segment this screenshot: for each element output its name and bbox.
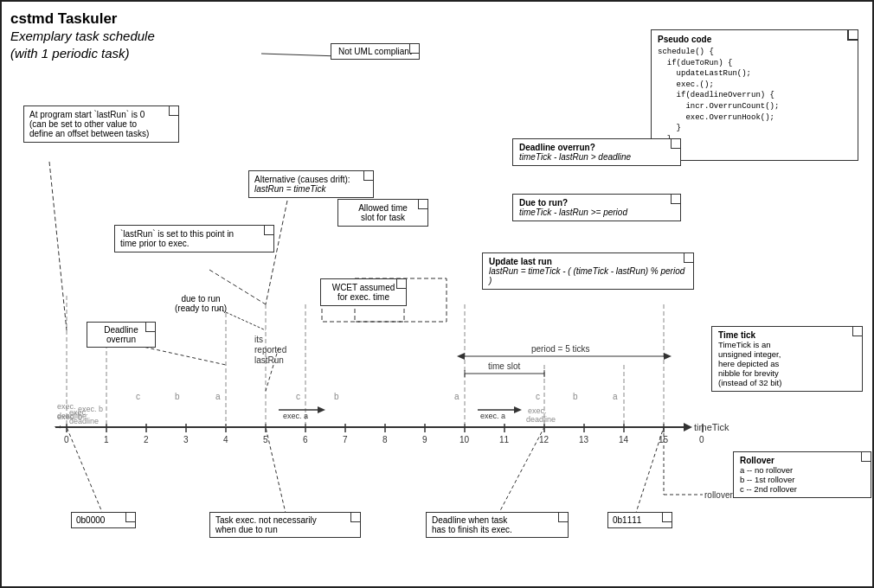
due-to-run-label: due to run (ready to run): [175, 294, 227, 313]
svg-text:b: b: [573, 392, 578, 401]
svg-marker-66: [514, 406, 522, 413]
task-exec-note: Task exec. not necessarily when due to r…: [209, 512, 361, 538]
svg-text:c: c: [136, 392, 140, 401]
svg-line-87: [633, 427, 664, 521]
svg-line-80: [49, 162, 67, 330]
svg-text:8: 8: [382, 435, 388, 444]
svg-text:c: c: [536, 392, 540, 401]
svg-text:9: 9: [422, 435, 427, 444]
svg-text:rollover: rollover: [704, 490, 733, 500]
svg-line-89: [495, 427, 544, 521]
due-to-run-question-box: Due to run? timeTick - lastRun >= period: [512, 194, 681, 221]
lastrun-set-note: `lastRun` is set to this point in time p…: [114, 225, 274, 252]
svg-text:4: 4: [223, 435, 228, 444]
svg-text:c: c: [296, 392, 300, 401]
svg-marker-71: [457, 353, 465, 360]
svg-text:1: 1: [104, 435, 109, 444]
svg-marker-63: [318, 406, 325, 413]
svg-text:13: 13: [579, 435, 589, 444]
pseudo-code-content: schedule() { if(dueToRun) { updateLastRu…: [658, 47, 852, 156]
title-subtitle: Exemplary task schedule (with 1 periodic…: [10, 28, 253, 61]
svg-text:→: →: [52, 419, 64, 433]
deadline-finish-note: Deadline when task has to finish its exe…: [426, 512, 569, 538]
svg-line-88: [266, 427, 287, 521]
svg-text:6: 6: [303, 435, 308, 444]
svg-marker-72: [664, 353, 672, 360]
svg-text:3: 3: [183, 435, 189, 444]
svg-text:b: b: [175, 392, 180, 401]
svg-text:15: 15: [659, 435, 669, 444]
hex-start-note: 0b0000: [71, 512, 136, 528]
svg-text:11: 11: [499, 435, 510, 444]
exec-b-label: exec. b: [57, 412, 82, 421]
deadline-overrun-question-box: Deadline overrun? timeTick - lastRun > d…: [512, 138, 681, 166]
its-reported-lastrun: its reported lastRun: [254, 335, 286, 366]
svg-text:exec. a: exec. a: [283, 412, 308, 420]
svg-text:b: b: [334, 392, 339, 401]
svg-text:a: a: [613, 392, 618, 401]
rollover-box: Rollover a -- no rollover b -- 1st rollo…: [733, 451, 871, 498]
svg-text:a: a: [454, 392, 459, 401]
svg-text:period = 5 ticks: period = 5 ticks: [531, 344, 590, 354]
time-tick-box: Time tick TimeTick is an unsigned intege…: [711, 326, 863, 392]
svg-line-86: [67, 427, 106, 521]
svg-text:0: 0: [64, 435, 69, 444]
svg-marker-1: [684, 423, 692, 431]
allowed-time-note: Allowed time slot for task: [337, 199, 428, 227]
svg-text:5: 5: [263, 435, 268, 444]
wcet-note: WCET assumed for exec. time: [320, 278, 407, 306]
svg-text:14: 14: [619, 435, 629, 444]
main-container: rollover 0 0 1 2 3 4 5 6 7 8 9 10 11 12 …: [0, 0, 874, 588]
svg-line-81: [266, 201, 287, 304]
program-start-note: At program start `lastRun` is 0 (can be …: [23, 105, 179, 143]
svg-text:7: 7: [343, 435, 348, 444]
svg-text:exec.: exec.: [528, 406, 547, 415]
svg-text:0: 0: [699, 435, 704, 444]
svg-text:12: 12: [539, 435, 549, 444]
not-uml-note: Not UML compliant: [331, 43, 420, 60]
title-company: cstmd Taskuler: [10, 10, 253, 28]
svg-text:2: 2: [144, 435, 149, 444]
hex-end-note: 0b1111: [607, 512, 672, 528]
svg-text:a: a: [215, 392, 221, 401]
deadline-overrun-box: Deadline overrun: [87, 322, 156, 348]
svg-text:timeTick: timeTick: [694, 422, 729, 432]
title-area: cstmd Taskuler Exemplary task schedule (…: [10, 10, 253, 61]
alternative-note: Alternative (causes drift): lastRun = ti…: [248, 170, 374, 198]
svg-text:exec. a: exec. a: [480, 412, 505, 420]
svg-text:10: 10: [459, 435, 470, 444]
svg-text:time slot: time slot: [488, 361, 520, 371]
svg-text:deadline: deadline: [526, 415, 556, 424]
update-last-run-box: Update last run lastRun = timeTick - ( (…: [482, 252, 694, 290]
pseudo-code-box: Pseudo code schedule() { if(dueToRun) { …: [651, 29, 858, 161]
